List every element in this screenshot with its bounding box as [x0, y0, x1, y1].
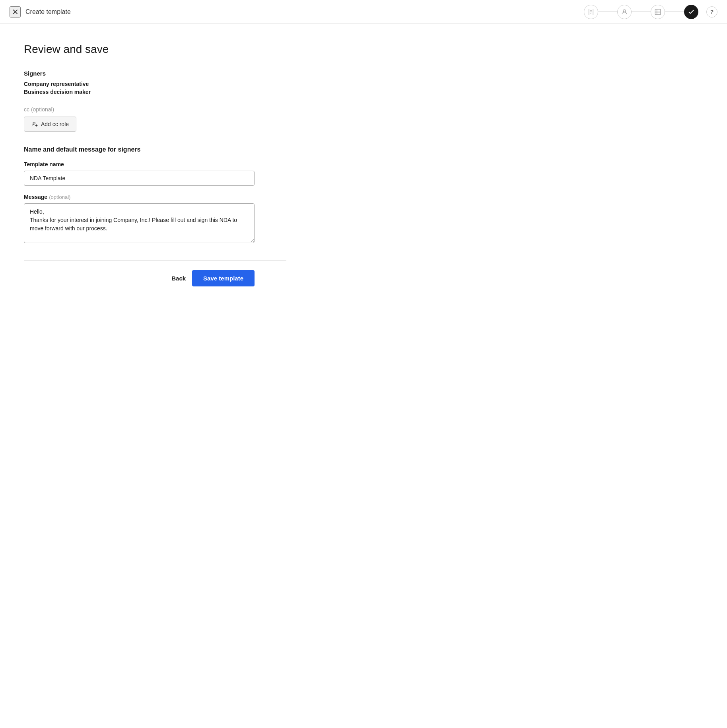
template-name-label: Template name [24, 161, 294, 167]
close-icon: ✕ [12, 7, 19, 17]
message-textarea[interactable]: Hello, Thanks for your interest in joini… [24, 203, 255, 243]
cc-optional-label: (optional) [31, 106, 54, 113]
document-icon [587, 8, 595, 16]
step-3-icon[interactable] [651, 5, 665, 19]
cc-label: cc (optional) [24, 106, 294, 113]
add-cc-role-label: Add cc role [41, 121, 69, 127]
header: ✕ Create template [0, 0, 727, 24]
signers-section: Signers Company representative Business … [24, 70, 294, 95]
save-template-button[interactable]: Save template [192, 270, 255, 286]
signers-label: Signers [24, 70, 294, 77]
person-icon [621, 8, 628, 16]
svg-point-9 [33, 122, 35, 124]
help-icon: ? [710, 9, 714, 15]
back-button[interactable]: Back [171, 275, 186, 282]
step-1-icon[interactable] [584, 5, 598, 19]
cc-section: cc (optional) Add cc role [24, 106, 294, 132]
header-title: Create template [25, 8, 71, 16]
steps-container: ? [584, 5, 717, 19]
step-2-icon[interactable] [617, 5, 632, 19]
template-name-field-group: Template name [24, 161, 294, 186]
signer-item-2: Business decision maker [24, 89, 294, 95]
template-name-input[interactable] [24, 171, 255, 186]
svg-point-4 [623, 10, 626, 12]
fields-icon [654, 8, 661, 16]
step-connector-1 [598, 12, 617, 12]
close-button[interactable]: ✕ [10, 6, 21, 18]
message-field-group: Message(optional) Hello, Thanks for your… [24, 194, 294, 244]
message-optional-label: (optional) [49, 194, 70, 200]
signer-item-1: Company representative [24, 81, 294, 87]
svg-rect-5 [655, 9, 661, 15]
step-connector-3 [665, 12, 684, 12]
help-button[interactable]: ? [706, 6, 717, 18]
step-4-icon[interactable] [684, 5, 698, 19]
page-title: Review and save [24, 43, 294, 56]
actions-row: Back Save template [24, 270, 255, 286]
name-message-title: Name and default message for signers [24, 146, 294, 153]
review-check-icon [688, 8, 695, 16]
add-cc-role-button[interactable]: Add cc role [24, 117, 76, 132]
add-person-icon [31, 121, 38, 127]
name-message-section: Name and default message for signers Tem… [24, 146, 294, 244]
main-content: Review and save Signers Company represen… [0, 24, 318, 306]
header-left: ✕ Create template [10, 6, 71, 18]
message-label: Message(optional) [24, 194, 294, 200]
section-divider [24, 260, 286, 261]
step-connector-2 [632, 12, 651, 12]
